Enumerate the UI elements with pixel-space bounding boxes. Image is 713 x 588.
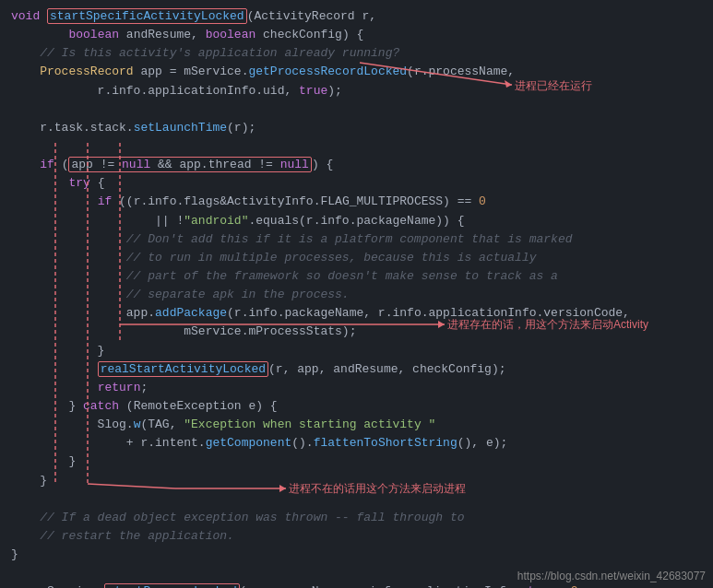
code-line-19: } [11, 342, 702, 360]
code-line-30: } [11, 546, 702, 564]
code-line-22: } catch (RemoteException e) { [11, 397, 702, 416]
code-line-9: if (app != null && app.thread != null) { [11, 156, 702, 174]
code-line-28: // If a dead object exception was thrown… [11, 509, 702, 527]
code-line-6 [11, 100, 702, 119]
code-line-4: ProcessRecord app = mService.getProcessR… [11, 63, 702, 81]
code-line-27 [11, 490, 702, 509]
code-line-20: realStartActivityLocked(r, app, andResum… [11, 360, 702, 379]
code-line-2: boolean andResume, boolean checkConfig) … [11, 26, 702, 44]
code-line-17: app.addPackage(r.info.packageName, r.inf… [11, 304, 702, 323]
code-line-3: // Is this activity's application alread… [11, 44, 702, 63]
code-line-13: // Don't add this if it is a platform co… [11, 230, 702, 249]
code-line-21: return; [11, 379, 702, 397]
code-line-15: // part of the framework so doesn't make… [11, 267, 702, 286]
code-line-25: } [11, 453, 702, 471]
code-line-12: || !"android".equals(r.info.packageName)… [11, 212, 702, 230]
code-line-18: mService.mProcessStats); [11, 323, 702, 341]
code-line-16: // separate apk in the process. [11, 286, 702, 304]
code-line-29: // restart the application. [11, 527, 702, 546]
code-line-5: r.info.applicationInfo.uid, true); [11, 82, 702, 100]
code-line-1: void startSpecificActivityLocked(Activit… [11, 7, 702, 26]
code-line-11: if ((r.info.flags&ActivityInfo.FLAG_MULT… [11, 193, 702, 211]
code-line-26: } [11, 472, 702, 490]
code-line-23: Slog.w(TAG, "Exception when starting act… [11, 416, 702, 434]
code-line-10: try { [11, 174, 702, 193]
code-line-8 [11, 137, 702, 156]
code-container: void startSpecificActivityLocked(Activit… [0, 0, 713, 588]
code-line-14: // to run in multiple processes, because… [11, 249, 702, 267]
watermark: https://blog.csdn.net/weixin_42683077 [517, 570, 706, 582]
code-line-32: mService.startProcessLocked(r.processNam… [11, 582, 702, 588]
code-line-24: + r.intent.getComponent().flattenToShort… [11, 434, 702, 453]
code-line-7: r.task.stack.setLaunchTime(r); [11, 119, 702, 137]
